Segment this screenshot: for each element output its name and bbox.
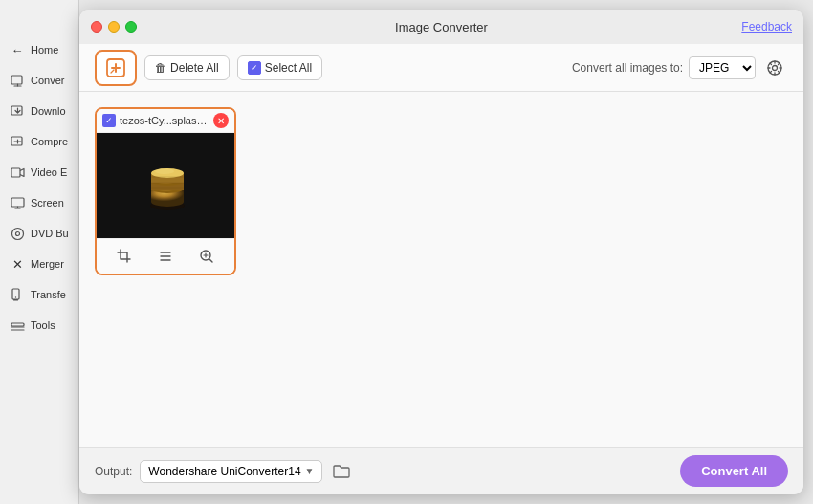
sidebar-item-dvd[interactable]: DVD Bu	[0, 218, 78, 249]
trash-icon: 🗑	[155, 61, 166, 75]
sidebar-item-label: Downlo	[31, 105, 66, 117]
home-icon: ←	[10, 42, 25, 57]
convert-format-section: Convert all images to: JPEG PNG GIF BMP …	[572, 55, 788, 81]
output-label: Output:	[95, 465, 132, 478]
convert-all-images-label: Convert all images to:	[572, 61, 683, 75]
sidebar-item-compressor[interactable]: Compre	[0, 126, 78, 157]
video-icon	[10, 164, 25, 180]
svg-rect-0	[11, 76, 22, 84]
svg-rect-3	[11, 168, 20, 177]
feedback-link[interactable]: Feedback	[741, 20, 792, 33]
dvd-icon	[10, 226, 25, 241]
crop-action-button[interactable]	[113, 245, 136, 268]
svg-rect-10	[11, 323, 24, 326]
sidebar-item-label: Transfe	[31, 289, 66, 300]
image-filename: tezos-tCy...splash.jpg	[120, 115, 209, 126]
sidebar-item-tools[interactable]: Tools	[0, 310, 78, 340]
svg-rect-4	[11, 198, 24, 207]
maximize-button[interactable]	[125, 21, 137, 33]
delete-all-label: Delete All	[170, 61, 219, 75]
merger-icon: ✕	[10, 256, 25, 272]
svg-point-5	[11, 228, 23, 239]
toolbar: 🗑 Delete All ✓ Select All Convert all im…	[79, 44, 803, 92]
svg-point-6	[15, 231, 19, 235]
svg-point-22	[155, 168, 174, 174]
format-select[interactable]: JPEG PNG GIF BMP TIFF WEBP	[689, 56, 756, 79]
sidebar-item-video-editor[interactable]: Video E	[0, 157, 78, 187]
svg-point-9	[14, 296, 15, 297]
sidebar-item-label: Home	[31, 44, 58, 55]
output-path-label: Wondershare UniConverter14	[148, 465, 300, 478]
compress-icon	[10, 134, 25, 149]
select-all-checkbox: ✓	[248, 61, 261, 75]
image-card-actions	[97, 238, 234, 274]
convert-all-button[interactable]: Convert All	[680, 455, 788, 487]
sidebar-item-screen[interactable]: Screen	[0, 187, 78, 218]
close-button[interactable]	[91, 21, 102, 33]
sidebar-item-converter[interactable]: Conver	[0, 65, 78, 96]
sidebar-item-merger[interactable]: ✕ Merger	[0, 249, 78, 279]
chevron-down-icon: ▼	[305, 466, 315, 476]
svg-point-13	[773, 65, 778, 70]
sidebar-item-label: Conver	[31, 75, 64, 86]
browse-folder-button[interactable]	[328, 458, 355, 485]
remove-image-button[interactable]: ✕	[213, 113, 229, 128]
content-area: ✓ tezos-tCy...splash.jpg ✕	[79, 92, 803, 447]
sidebar-item-label: Screen	[31, 197, 64, 208]
sidebar-item-label: Tools	[31, 319, 55, 331]
delete-all-button[interactable]: 🗑 Delete All	[144, 55, 230, 80]
svg-rect-8	[13, 299, 18, 301]
image-checkbox[interactable]: ✓	[102, 114, 116, 127]
add-image-button[interactable]	[95, 50, 137, 86]
image-preview	[97, 133, 236, 238]
minimize-button[interactable]	[108, 21, 120, 33]
sidebar: ← Home Conver Downlo Compre	[0, 0, 79, 504]
download-icon	[10, 103, 25, 119]
sidebar-item-home[interactable]: ← Home	[0, 38, 78, 65]
zoom-action-button[interactable]	[195, 245, 218, 268]
screen-icon	[10, 195, 25, 210]
window-title: Image Converter	[395, 20, 488, 34]
title-bar: Image Converter Feedback	[79, 10, 803, 44]
select-all-button[interactable]: ✓ Select All	[237, 55, 322, 80]
sidebar-item-transfer[interactable]: Transfe	[0, 279, 78, 310]
transfer-icon	[10, 287, 25, 302]
main-window: Image Converter Feedback 🗑 Delete All ✓ …	[79, 10, 803, 494]
select-all-label: Select All	[265, 61, 312, 75]
tools-icon	[10, 318, 25, 333]
sidebar-item-label: Video E	[31, 166, 67, 178]
output-path-select[interactable]: Wondershare UniConverter14 ▼	[140, 460, 322, 483]
format-settings-button[interactable]	[761, 55, 788, 81]
traffic-lights	[91, 21, 137, 33]
footer: Output: Wondershare UniConverter14 ▼ Con…	[79, 447, 803, 494]
sidebar-item-label: Compre	[31, 136, 68, 147]
sidebar-item-label: DVD Bu	[31, 228, 69, 239]
sidebar-item-label: Merger	[31, 258, 64, 270]
list-action-button[interactable]	[154, 245, 177, 268]
image-card: ✓ tezos-tCy...splash.jpg ✕	[95, 107, 236, 275]
converter-icon	[10, 73, 25, 88]
image-card-header: ✓ tezos-tCy...splash.jpg ✕	[97, 109, 234, 133]
sidebar-item-downloader[interactable]: Downlo	[0, 96, 78, 126]
